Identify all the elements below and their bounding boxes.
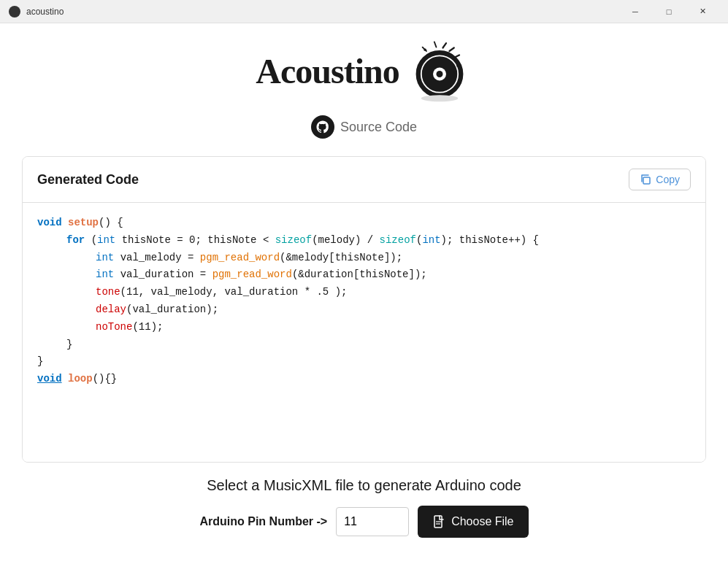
code-line-8: }	[37, 336, 691, 354]
code-line-7: noTone(11);	[37, 319, 691, 336]
choose-file-button[interactable]: Choose File	[418, 506, 528, 538]
copy-icon	[640, 174, 651, 185]
code-line-3: int val_melody = pgm_read_word(&melody[t…	[37, 250, 691, 267]
svg-line-7	[434, 42, 436, 47]
svg-line-4	[442, 43, 446, 47]
header: Acoustino	[256, 38, 472, 104]
main-content: Acoustino Source Code	[0, 23, 728, 564]
maximize-button[interactable]: □	[652, 0, 686, 23]
titlebar-title: acoustino	[26, 7, 618, 17]
choose-file-label: Choose File	[451, 515, 513, 528]
copy-button[interactable]: Copy	[629, 169, 691, 190]
pin-label: Arduino Pin Number ->	[199, 515, 327, 528]
pin-input[interactable]	[336, 507, 409, 536]
code-block[interactable]: void setup() { for (int thisNote = 0; th…	[23, 203, 705, 462]
code-header: Generated Code Copy	[23, 157, 705, 203]
code-line-9: }	[37, 353, 691, 371]
close-button[interactable]: ✕	[686, 0, 719, 23]
svg-rect-14	[643, 177, 650, 184]
code-section: Generated Code Copy void setup() { for (…	[22, 156, 706, 463]
bottom-section: Select a MusicXML file to generate Ardui…	[22, 463, 706, 549]
svg-line-5	[449, 48, 453, 52]
file-icon	[432, 515, 445, 528]
svg-point-9	[456, 64, 460, 68]
svg-point-3	[436, 71, 442, 77]
app-title: Acoustino	[256, 51, 399, 91]
generated-code-title: Generated Code	[37, 172, 139, 188]
bottom-controls: Arduino Pin Number -> Choose File	[199, 506, 528, 538]
svg-point-11	[453, 71, 456, 74]
titlebar-controls: ─ □ ✕	[618, 0, 719, 23]
code-line-4: int val_duration = pgm_read_word(&durati…	[37, 266, 691, 284]
code-line-5: tone(11, val_melody, val_duration * .5 )…	[37, 284, 691, 301]
code-line-2: for (int thisNote = 0; thisNote < sizeof…	[37, 232, 691, 250]
app-logo-icon	[407, 38, 472, 104]
titlebar: acoustino ─ □ ✕	[0, 0, 728, 23]
github-icon	[311, 115, 334, 139]
source-code-link[interactable]: Source Code	[311, 115, 417, 139]
code-line-6: delay(val_duration);	[37, 301, 691, 319]
svg-point-10	[424, 48, 426, 51]
svg-point-13	[311, 115, 334, 139]
source-code-label: Source Code	[340, 120, 417, 135]
minimize-button[interactable]: ─	[618, 0, 652, 23]
bottom-title: Select a MusicXML file to generate Ardui…	[207, 477, 521, 494]
svg-point-12	[421, 95, 457, 101]
code-line-10: void loop(){}	[37, 371, 691, 388]
app-icon	[9, 6, 20, 18]
code-line-1: void setup() {	[37, 215, 691, 232]
